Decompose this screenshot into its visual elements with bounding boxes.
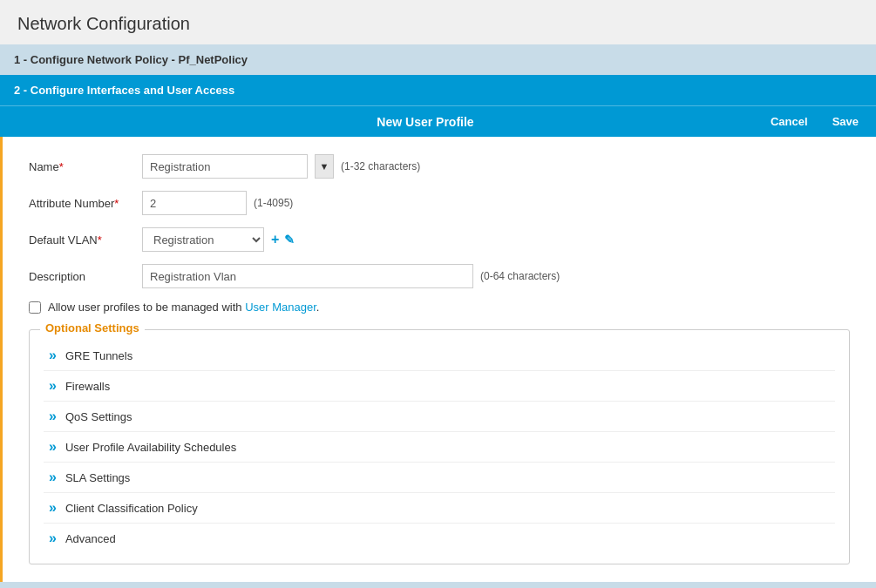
vlan-control-area: Registration Management Guest + ✎ <box>142 227 850 252</box>
classification-label: Client Classification Policy <box>65 502 198 515</box>
vlan-row: Default VLAN* Registration Management Gu… <box>29 227 850 252</box>
vlan-label: Default VLAN* <box>29 233 142 247</box>
sla-chevron-icon <box>49 470 57 485</box>
name-hint: (1-32 characters) <box>341 160 420 172</box>
optional-item-classification[interactable]: Client Classification Policy <box>44 493 835 524</box>
optional-item-gre[interactable]: GRE Tunnels <box>44 341 835 371</box>
vlan-actions: + ✎ <box>271 232 295 247</box>
page-title: Network Configuration <box>17 14 859 34</box>
name-label: Name* <box>29 160 142 173</box>
step2-toolbar: New User Profile Cancel Save <box>0 105 876 137</box>
desc-control-area: (0-64 characters) <box>142 264 850 288</box>
name-control-area: ▼ (1-32 characters) <box>142 154 850 179</box>
step1-header[interactable]: 1 - Configure Network Policy - Pf_NetPol… <box>0 44 876 75</box>
advanced-chevron-icon <box>49 531 57 546</box>
advanced-label: Advanced <box>65 532 116 545</box>
attr-label: Attribute Number* <box>29 197 142 210</box>
attr-input[interactable] <box>142 191 247 215</box>
name-icon-btn[interactable]: ▼ <box>315 154 334 179</box>
step2-label: 2 - Configure Interfaces and User Access <box>14 84 234 97</box>
name-input[interactable] <box>142 154 308 179</box>
step2-header[interactable]: 2 - Configure Interfaces and User Access <box>0 75 876 105</box>
optional-settings-container: Optional Settings GRE Tunnels Firewalls … <box>29 329 850 564</box>
availability-label: User Profile Availability Schedules <box>65 441 236 454</box>
attr-control-area: (1-4095) <box>142 191 850 215</box>
availability-chevron-icon <box>49 439 57 455</box>
optional-item-firewalls[interactable]: Firewalls <box>44 371 835 402</box>
firewalls-label: Firewalls <box>65 380 110 393</box>
optional-item-advanced[interactable]: Advanced <box>44 524 835 553</box>
user-manager-checkbox[interactable] <box>29 301 41 314</box>
user-manager-link[interactable]: User Manager <box>245 301 316 314</box>
optional-item-sla[interactable]: SLA Settings <box>44 463 835 493</box>
optional-settings-title: Optional Settings <box>40 321 145 335</box>
vlan-select[interactable]: Registration Management Guest <box>142 227 264 252</box>
page-wrapper: Network Configuration 1 - Configure Netw… <box>0 0 876 588</box>
toolbar-title: New User Profile <box>84 115 767 129</box>
attr-row: Attribute Number* (1-4095) <box>29 191 850 215</box>
page-title-bar: Network Configuration <box>0 0 876 44</box>
desc-input[interactable] <box>142 264 473 288</box>
toolbar-actions: Cancel Save <box>767 113 862 130</box>
desc-label: Description <box>29 270 142 283</box>
gre-label: GRE Tunnels <box>65 349 132 362</box>
classification-chevron-icon <box>49 500 57 516</box>
step1-label: 1 - Configure Network Policy - Pf_NetPol… <box>14 53 248 66</box>
edit-vlan-icon[interactable]: ✎ <box>284 233 295 247</box>
qos-chevron-icon <box>49 409 57 424</box>
attr-hint: (1-4095) <box>254 197 293 209</box>
desc-hint: (0-64 characters) <box>480 270 560 282</box>
step3-header[interactable]: 3 - Configure and Update Devices <box>0 582 876 588</box>
checkbox-label: Allow user profiles to be managed with U… <box>48 301 319 314</box>
sla-label: SLA Settings <box>65 471 130 484</box>
save-button[interactable]: Save <box>829 113 862 130</box>
gre-chevron-icon <box>49 348 57 363</box>
add-vlan-icon[interactable]: + <box>271 232 279 247</box>
form-area: Name* ▼ (1-32 characters) Attribute Numb… <box>0 137 876 582</box>
optional-item-availability[interactable]: User Profile Availability Schedules <box>44 432 835 463</box>
optional-item-qos[interactable]: QoS Settings <box>44 402 835 432</box>
qos-label: QoS Settings <box>65 410 132 423</box>
name-row: Name* ▼ (1-32 characters) <box>29 154 850 179</box>
firewalls-chevron-icon <box>49 378 57 394</box>
cancel-button[interactable]: Cancel <box>767 113 811 130</box>
desc-row: Description (0-64 characters) <box>29 264 850 288</box>
checkbox-row: Allow user profiles to be managed with U… <box>29 301 850 314</box>
